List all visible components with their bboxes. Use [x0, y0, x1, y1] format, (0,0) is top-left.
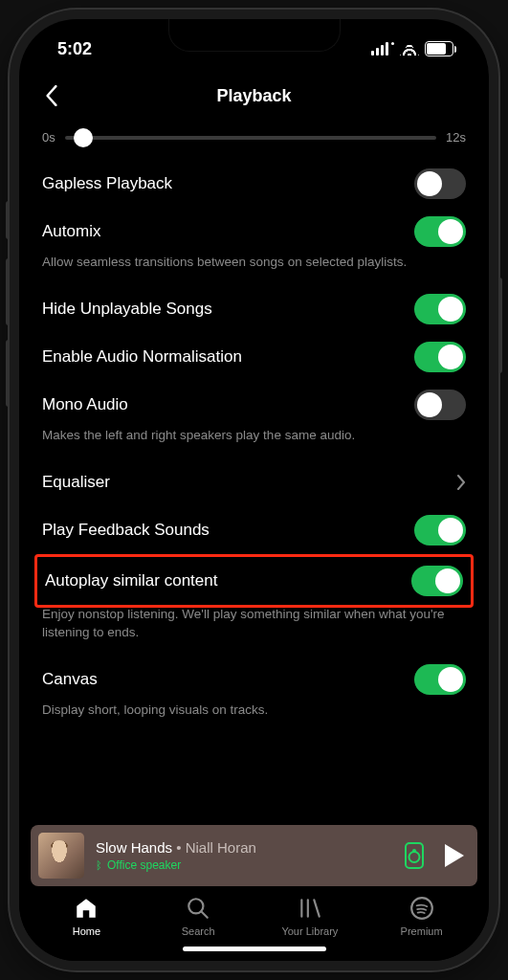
connect-device-icon[interactable] [405, 842, 424, 869]
battery-icon: 73 [425, 41, 456, 56]
setting-label: Hide Unplayable Songs [42, 300, 212, 319]
setting-feedback-sounds: Play Feedback Sounds [42, 506, 466, 554]
setting-label: Gapless Playback [42, 174, 172, 193]
tab-home[interactable]: Home [48, 896, 124, 937]
spotify-icon [409, 896, 434, 921]
mono-toggle[interactable] [414, 390, 466, 420]
normalisation-toggle[interactable] [414, 342, 466, 372]
mono-description: Makes the left and right speakers play t… [42, 427, 466, 458]
autoplay-toggle[interactable] [411, 566, 463, 596]
tab-library[interactable]: Your Library [272, 896, 348, 937]
battery-level: 73 [433, 43, 445, 55]
gapless-toggle[interactable] [414, 168, 466, 199]
now-playing-title: Slow Hands • Niall Horan [96, 839, 393, 856]
autoplay-highlight: Autoplay similar content [34, 554, 474, 608]
crossfade-slider[interactable] [65, 136, 436, 140]
home-icon [74, 896, 99, 921]
setting-normalisation: Enable Audio Normalisation [42, 333, 466, 381]
setting-equaliser[interactable]: Equaliser [42, 458, 466, 506]
chevron-left-icon [45, 85, 58, 106]
hide-unplayable-toggle[interactable] [414, 294, 466, 324]
tab-premium[interactable]: Premium [384, 896, 460, 937]
play-button[interactable] [445, 844, 464, 867]
setting-label: Play Feedback Sounds [42, 521, 210, 540]
setting-hide-unplayable: Hide Unplayable Songs [42, 285, 466, 333]
bluetooth-icon: ᛒ [96, 859, 102, 871]
chevron-right-icon [456, 475, 466, 490]
cellular-icon [371, 42, 394, 56]
separator: • [172, 839, 186, 856]
now-playing-text: Slow Hands • Niall Horan ᛒ Office speake… [96, 839, 393, 872]
setting-autoplay: Autoplay similar content [45, 557, 463, 605]
setting-mono: Mono Audio [42, 381, 466, 429]
setting-label: Enable Audio Normalisation [42, 347, 242, 367]
status-time: 5:02 [57, 39, 92, 59]
device-name: Office speaker [107, 858, 181, 872]
setting-label: Automix [42, 222, 100, 241]
autoplay-description: Enjoy nonstop listening. We'll play some… [42, 606, 466, 656]
back-button[interactable] [38, 82, 65, 109]
album-art [38, 833, 84, 879]
canvas-description: Display short, looping visuals on tracks… [42, 702, 466, 733]
setting-gapless: Gapless Playback [42, 160, 466, 208]
slider-thumb[interactable] [74, 128, 93, 147]
tab-search[interactable]: Search [160, 896, 236, 937]
tab-label: Premium [401, 925, 443, 937]
automix-description: Allow seamless transitions between songs… [42, 254, 466, 285]
feedback-toggle[interactable] [414, 515, 466, 546]
tab-label: Search [182, 925, 215, 937]
tab-label: Home [73, 925, 100, 937]
search-icon [186, 896, 210, 921]
setting-label: Equaliser [42, 473, 110, 492]
crossfade-slider-row: 0s 12s [42, 121, 466, 160]
setting-label: Canvas [42, 670, 98, 689]
canvas-toggle[interactable] [414, 664, 466, 695]
setting-label: Autoplay similar content [45, 571, 217, 590]
status-indicators: 73 [371, 41, 456, 56]
now-playing-bar[interactable]: Slow Hands • Niall Horan ᛒ Office speake… [31, 825, 477, 886]
home-indicator[interactable] [183, 947, 326, 951]
slider-min-label: 0s [42, 130, 55, 145]
svg-line-1 [201, 911, 208, 918]
page-header: Playback [19, 71, 489, 121]
setting-automix: Automix [42, 208, 466, 256]
settings-list[interactable]: 0s 12s Gapless Playback Automix Allow se… [19, 121, 489, 815]
setting-canvas: Canvas [42, 656, 466, 703]
page-title: Playback [216, 86, 291, 106]
track-name: Slow Hands [96, 839, 172, 856]
automix-toggle[interactable] [414, 216, 466, 247]
now-playing-device: ᛒ Office speaker [96, 858, 393, 872]
wifi-icon [400, 42, 419, 56]
library-icon [298, 896, 322, 921]
slider-max-label: 12s [446, 130, 466, 145]
setting-label: Mono Audio [42, 395, 128, 414]
tab-label: Your Library [281, 925, 338, 937]
artist-name: Niall Horan [186, 839, 256, 856]
